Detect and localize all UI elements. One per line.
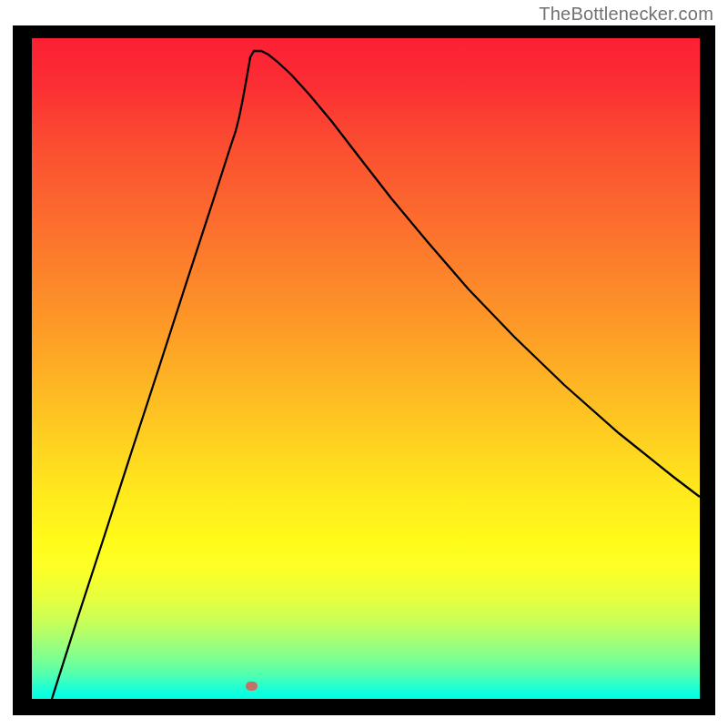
chart-stage: TheBottlenecker.com <box>0 0 728 728</box>
curve-layer <box>32 38 700 699</box>
plot-area <box>32 38 700 699</box>
watermark-text: TheBottlenecker.com <box>539 4 713 25</box>
bottleneck-curve <box>52 51 700 699</box>
optimal-point-marker <box>246 682 258 691</box>
plot-border <box>13 25 715 715</box>
